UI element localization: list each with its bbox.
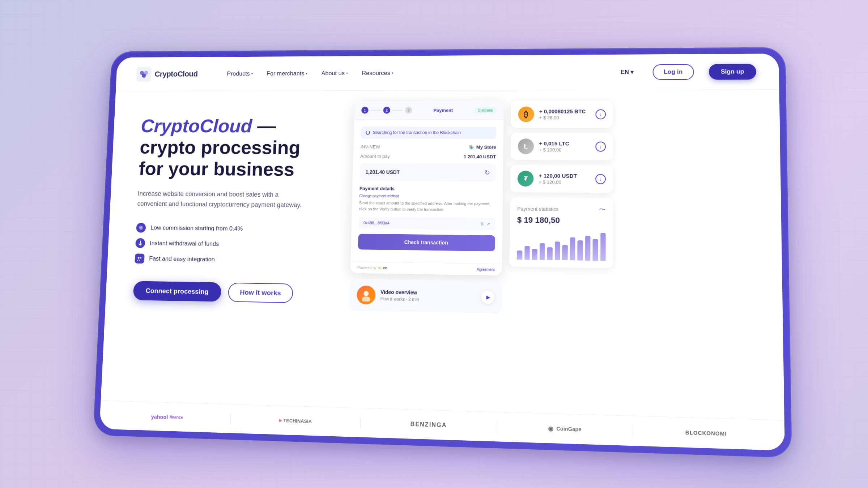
nav-item-merchants[interactable]: For merchants ▾ xyxy=(261,67,313,80)
hero-left: CryptoCloud — crypto processing for your… xyxy=(101,91,348,407)
about-chevron-icon: ▾ xyxy=(346,71,348,75)
video-subtitle: How it works · 2 min xyxy=(380,296,476,303)
merchants-chevron-icon: ▾ xyxy=(306,72,307,76)
feature-item-integration: Fast and easy integration xyxy=(135,253,322,266)
payment-card-wrapper: 1 2 3 Payment Success xyxy=(349,101,504,313)
main-content: CryptoCloud — crypto processing for your… xyxy=(101,90,784,420)
svg-point-7 xyxy=(138,257,140,259)
chart-bar xyxy=(547,247,552,260)
video-info: Video overview How it works · 2 min xyxy=(380,289,476,303)
logo-area[interactable]: CryptoCloud xyxy=(136,67,198,82)
amount-label: Amount to pay xyxy=(360,154,390,159)
stats-amount: $ 19 180,50 xyxy=(517,215,606,226)
brand-name-footer: ⛅ cc xyxy=(378,266,387,270)
change-payment-link[interactable]: Change payment method xyxy=(359,194,399,198)
chart-bar xyxy=(562,245,567,260)
video-card[interactable]: Video overview How it works · 2 min ▶ xyxy=(349,279,502,313)
commission-icon: % xyxy=(136,223,146,232)
spinner-icon xyxy=(366,130,370,135)
svg-text:%: % xyxy=(139,226,142,230)
step-1: 1 xyxy=(361,107,369,114)
payment-card-header: 1 2 3 Payment Success xyxy=(354,101,504,120)
usdt-icon: ₮ xyxy=(518,171,534,187)
device-screen: CryptoCloud Products ▾ For merchants ▾ A… xyxy=(99,53,785,450)
amount-value: 1 201,40 USDT xyxy=(464,154,496,159)
ltc-usd: + $ 100,00 xyxy=(539,147,590,153)
check-transaction-button[interactable]: Check transaction xyxy=(358,234,495,252)
chart-bar xyxy=(577,240,583,261)
navbar: CryptoCloud Products ▾ For merchants ▾ A… xyxy=(116,53,779,91)
nav-item-about[interactable]: About us ▾ xyxy=(316,67,354,80)
agreement-link[interactable]: Agreement xyxy=(477,267,495,272)
logo-text: CryptoCloud xyxy=(154,69,198,78)
logo-icon xyxy=(136,67,152,81)
hero-subtitle: Increase website conversion and boost sa… xyxy=(137,189,303,210)
brand-divider-3 xyxy=(497,421,497,432)
login-button[interactable]: Log in xyxy=(652,64,694,80)
payment-detail-text: Send the exact amount to the specified a… xyxy=(359,200,495,213)
nav-item-resources[interactable]: Resources ▾ xyxy=(356,67,399,80)
crypto-card-usdt: ₮ + 120,00 USDT + $ 120,00 ↓ xyxy=(510,165,613,193)
btc-amount: + 0,00080125 BTC xyxy=(539,108,590,115)
payment-card-body: Searching for the transaction in the Blo… xyxy=(350,120,503,264)
ltc-amount: + 0,015 LTC xyxy=(539,140,590,146)
products-chevron-icon: ▾ xyxy=(251,72,253,75)
chart-bar xyxy=(570,237,575,260)
invoice-label: INV-NEW xyxy=(361,144,380,150)
crypto-card-ltc: Ł + 0,015 LTC + $ 100,00 ↓ xyxy=(510,133,613,160)
payment-amount-box: 1,201.40 USDT ↻ xyxy=(359,163,496,181)
crypto-panel: ₿ + 0,00080125 BTC + $ 28,00 ↓ Ł + 0,01 xyxy=(509,101,613,269)
step-2: 2 xyxy=(383,107,390,114)
chart-bar xyxy=(600,233,606,261)
video-avatar xyxy=(357,286,376,305)
amount-field: 1,201.40 USDT xyxy=(365,169,400,175)
signup-button[interactable]: Sign up xyxy=(709,64,756,80)
copy-icon[interactable]: ⎘ xyxy=(481,222,484,227)
video-play-button[interactable]: ▶ xyxy=(481,290,494,304)
hero-buttons: Connect processing How it works xyxy=(133,281,322,303)
resources-chevron-icon: ▾ xyxy=(392,71,393,75)
btc-info: + 0,00080125 BTC + $ 28,00 xyxy=(539,108,591,121)
usdt-usd: + $ 120,00 xyxy=(539,179,590,185)
ltc-icon: Ł xyxy=(518,138,534,154)
invoice-row: INV-NEW 🏪 My Store xyxy=(361,144,496,150)
svg-point-8 xyxy=(140,257,141,259)
lang-selector[interactable]: EN ▾ xyxy=(616,66,638,78)
success-label: Success xyxy=(475,107,497,114)
searching-bar: Searching for the transaction in the Blo… xyxy=(361,127,496,139)
ltc-download-icon[interactable]: ↓ xyxy=(595,142,606,152)
chart-bar xyxy=(554,241,560,260)
stats-wave-icon: 〜 xyxy=(599,205,606,214)
step-line-1 xyxy=(370,110,381,111)
chart-bar xyxy=(593,239,598,261)
step-line-2 xyxy=(392,110,403,111)
chart-bar xyxy=(539,243,545,260)
payment-card: 1 2 3 Payment Success xyxy=(350,101,504,275)
payment-address-box: 0x498...8f03a4 ⎘ ↗ xyxy=(358,217,495,230)
feature-item-withdrawal: Instant withdrawal of funds xyxy=(135,238,323,251)
nav-item-products[interactable]: Products ▾ xyxy=(221,68,259,80)
btc-usd: + $ 28,00 xyxy=(539,115,591,120)
amount-row: Amount to pay 1 201,40 USDT xyxy=(360,154,496,159)
brand-divider-1 xyxy=(230,413,231,424)
step-3: 3 xyxy=(405,107,412,114)
payment-card-footer: Powered by ⛅ cc Agreement xyxy=(350,262,502,275)
payment-steps: 1 2 3 xyxy=(361,107,412,114)
store-icon: 🏪 xyxy=(469,145,474,150)
chart-bar xyxy=(517,251,522,260)
hero-title-highlight: CryptoCloud xyxy=(140,115,252,136)
nav-links: Products ▾ For merchants ▾ About us ▾ Re… xyxy=(221,66,602,80)
integration-icon xyxy=(135,253,145,264)
brand-divider-2 xyxy=(361,417,361,428)
hero-right: 1 2 3 Payment Success xyxy=(340,90,784,420)
brand-blockonomi: BLOCKONOMI xyxy=(685,429,727,437)
share-icon[interactable]: ↗ xyxy=(486,222,490,227)
stats-title: Payment statistics 〜 xyxy=(517,205,606,214)
usdt-download-icon[interactable]: ↓ xyxy=(595,174,606,184)
btc-download-icon[interactable]: ↓ xyxy=(596,109,606,119)
how-it-works-button[interactable]: How it works xyxy=(228,283,293,303)
payment-details-title: Payment details xyxy=(359,186,496,192)
chart-container xyxy=(517,231,606,261)
refresh-icon[interactable]: ↻ xyxy=(485,169,490,177)
connect-processing-button[interactable]: Connect processing xyxy=(133,281,222,301)
